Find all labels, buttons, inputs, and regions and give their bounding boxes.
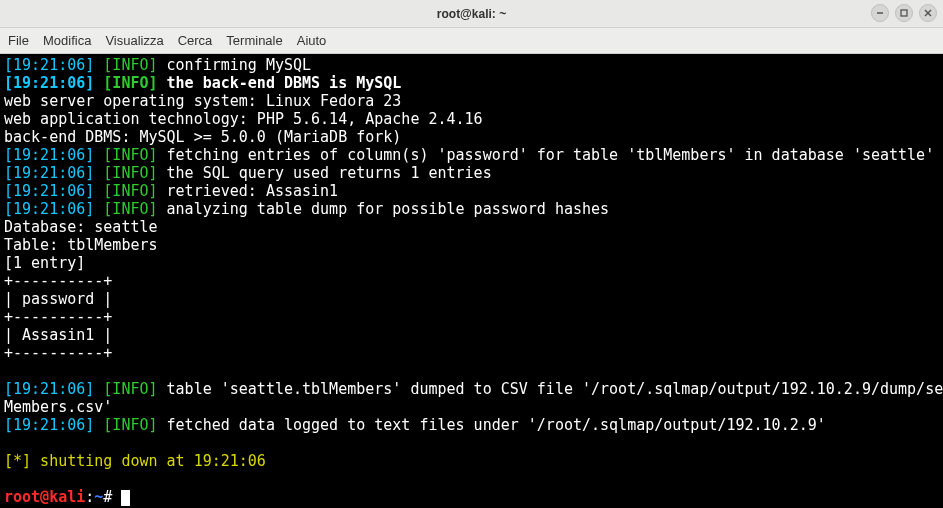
maximize-icon (899, 8, 909, 18)
minimize-button[interactable] (871, 4, 889, 22)
menu-file[interactable]: File (8, 33, 29, 48)
menu-modifica[interactable]: Modifica (43, 33, 91, 48)
terminal-output[interactable]: [19:21:06] [INFO] confirming MySQL [19:2… (0, 54, 943, 508)
window-title: root@kali: ~ (437, 7, 506, 21)
menu-visualizza[interactable]: Visualizza (105, 33, 163, 48)
cursor (121, 490, 130, 506)
close-icon (923, 8, 933, 18)
window-controls (871, 4, 937, 22)
menu-cerca[interactable]: Cerca (178, 33, 213, 48)
close-button[interactable] (919, 4, 937, 22)
menubar: File Modifica Visualizza Cerca Terminale… (0, 28, 943, 54)
maximize-button[interactable] (895, 4, 913, 22)
minimize-icon (875, 8, 885, 18)
titlebar: root@kali: ~ (0, 0, 943, 28)
svg-rect-1 (901, 10, 907, 16)
menu-aiuto[interactable]: Aiuto (297, 33, 327, 48)
menu-terminale[interactable]: Terminale (226, 33, 282, 48)
